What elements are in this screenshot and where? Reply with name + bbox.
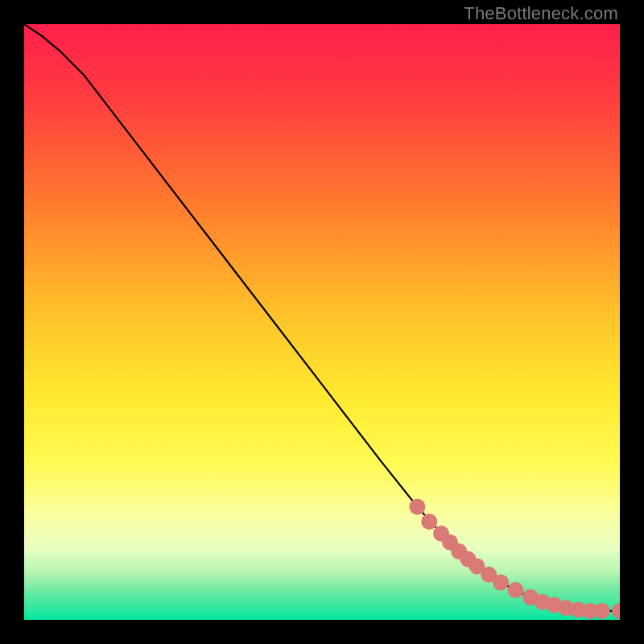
data-point xyxy=(421,514,437,530)
chart-frame: TheBottleneck.com xyxy=(0,0,644,644)
data-point xyxy=(594,603,610,619)
attribution-text: TheBottleneck.com xyxy=(464,3,618,24)
chart-svg xyxy=(24,24,620,620)
chart-plot xyxy=(24,24,620,620)
data-point xyxy=(409,498,425,514)
data-point xyxy=(493,574,509,590)
data-point xyxy=(508,582,524,598)
